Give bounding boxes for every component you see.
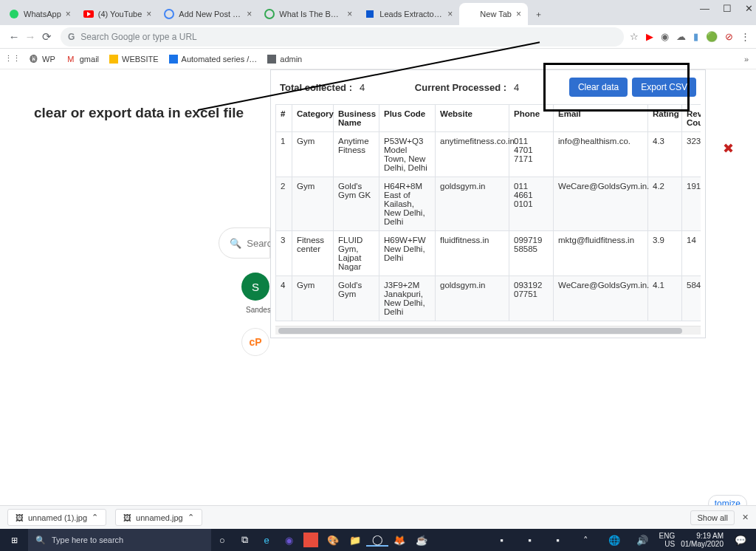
cell-name: Anytime Fitness: [334, 132, 379, 177]
youtube-ext-icon[interactable]: ▶: [646, 31, 653, 42]
bookmark-label: Automated series /…: [182, 55, 258, 64]
edge-icon[interactable]: e: [255, 535, 278, 546]
tab-strip: WhatsApp × (4) YouTube × Add New Post ‹ …: [0, 0, 756, 25]
java-icon[interactable]: ☕: [410, 535, 433, 546]
volume-icon[interactable]: 🔊: [631, 535, 653, 546]
tab-leads[interactable]: Leads Extractor – B2B G ×: [359, 3, 459, 25]
close-icon[interactable]: ×: [516, 9, 521, 19]
cell-web: goldsgym.in: [436, 276, 509, 321]
firefox-dev-icon[interactable]: ◉: [278, 535, 300, 546]
omnibox[interactable]: G Search Google or type a URL: [61, 27, 624, 47]
clear-data-button[interactable]: Clear data: [569, 78, 628, 97]
leads-ext-icon[interactable]: ▮: [693, 31, 698, 42]
tab-whatsapp[interactable]: WhatsApp ×: [3, 3, 78, 25]
scrollbar-thumb[interactable]: [278, 328, 682, 334]
reload-icon[interactable]: ⟳: [38, 30, 55, 44]
tray-icon[interactable]: ▪: [547, 535, 569, 546]
chrome-icon[interactable]: ◯: [366, 534, 388, 547]
start-button[interactable]: ⊞: [0, 535, 28, 545]
cell-email: info@healthism.co.: [554, 132, 648, 177]
camera-icon[interactable]: ◉: [661, 31, 669, 42]
shortcut-avatar[interactable]: S: [241, 273, 269, 301]
profile-avatar-icon[interactable]: 🟢: [706, 31, 718, 42]
cell-cat: Fitness center: [292, 231, 334, 276]
results-table-wrap[interactable]: # Category Business Name Plus Code Websi…: [275, 104, 701, 321]
export-csv-button[interactable]: Export CSV: [632, 78, 696, 97]
shortcut-cpanel[interactable]: cP: [241, 328, 269, 356]
google-search-stub[interactable]: 🔍 Searc: [219, 227, 270, 259]
taskbar-lang[interactable]: ENG US: [659, 532, 676, 548]
close-icon[interactable]: ×: [447, 9, 453, 19]
image-file-icon: 🖼: [123, 513, 131, 522]
tab-newtab[interactable]: New Tab ×: [459, 3, 528, 25]
bookmark-wp[interactable]: 🅦WP: [28, 54, 55, 64]
downloads-bar: 🖼 unnamed (1).jpg ⌃ 🖼 unnamed.jpg ⌃ Show…: [0, 505, 756, 529]
forward-icon[interactable]: →: [22, 30, 38, 43]
download-item[interactable]: 🖼 unnamed (1).jpg ⌃: [7, 509, 106, 526]
panel-header: Total collected : 4 Current Processed : …: [271, 70, 705, 104]
tab-addpost[interactable]: Add New Post ‹ Google ×: [158, 3, 258, 25]
maximize-icon[interactable]: ☐: [723, 3, 732, 14]
close-icon[interactable]: ×: [247, 9, 252, 19]
minimize-icon[interactable]: —: [700, 3, 709, 14]
download-item[interactable]: 🖼 unnamed.jpg ⌃: [115, 509, 202, 526]
bookmark-gmail[interactable]: Mgmail: [66, 54, 99, 64]
taskbar-clock[interactable]: 9:19 AM 01/May/2020: [681, 532, 724, 548]
tab-scraper[interactable]: What Is The Best Scrap ×: [258, 3, 359, 25]
th-index: #: [276, 105, 292, 132]
cell-rating: 4.3: [648, 132, 682, 177]
tab-youtube[interactable]: (4) YouTube ×: [78, 3, 159, 25]
bookmark-automated[interactable]: Automated series /…: [169, 55, 258, 64]
windows-taskbar: ⊞ 🔍 Type here to search ○ ⧉ e ◉ 🎨 📁 ◯ 🦊 …: [0, 529, 756, 551]
adblock-icon[interactable]: ✖: [723, 140, 734, 157]
paint-icon[interactable]: 🎨: [322, 535, 344, 546]
total-collected-value: 4: [360, 82, 365, 93]
cell-rating: 4.1: [648, 276, 682, 321]
show-all-downloads[interactable]: Show all: [690, 510, 735, 525]
close-icon[interactable]: ×: [66, 9, 71, 19]
back-icon[interactable]: ←: [6, 30, 22, 43]
whatsapp-icon: [9, 9, 19, 19]
window-controls: — ☐ ✕: [700, 3, 753, 14]
close-downloads-bar-icon[interactable]: ✕: [742, 513, 749, 522]
extension-icon: [365, 9, 375, 19]
task-view-icon[interactable]: ⧉: [233, 534, 255, 546]
apps-icon[interactable]: ⋮⋮: [7, 54, 18, 64]
explorer-icon[interactable]: 📁: [344, 535, 366, 546]
chevron-up-icon[interactable]: ⌃: [188, 513, 194, 522]
bookmark-admin[interactable]: admin: [267, 55, 302, 64]
kebab-menu-icon[interactable]: ⋮: [740, 31, 750, 42]
close-icon[interactable]: ×: [146, 9, 151, 19]
star-icon[interactable]: ☆: [630, 31, 639, 42]
notifications-icon[interactable]: 💬: [729, 535, 752, 546]
chevron-up-icon[interactable]: ⌃: [92, 513, 98, 522]
tray-chevron-icon[interactable]: ˄: [575, 535, 597, 546]
bookmark-label: WEBSITE: [122, 55, 159, 64]
lang-line2: US: [659, 540, 676, 548]
network-icon[interactable]: 🌐: [603, 535, 625, 546]
bookmark-label: gmail: [80, 55, 99, 64]
download-filename: unnamed (1).jpg: [28, 513, 87, 522]
lang-line1: ENG: [659, 532, 676, 540]
cortana-icon[interactable]: ○: [211, 535, 233, 546]
tray-icon[interactable]: ▪: [491, 535, 513, 546]
svg-point-3: [165, 10, 173, 18]
cloud-icon[interactable]: ☁: [676, 31, 686, 42]
new-tab-button[interactable]: ＋: [528, 3, 550, 25]
taskbar-search[interactable]: 🔍 Type here to search: [28, 529, 211, 551]
horizontal-scrollbar[interactable]: [275, 326, 701, 335]
newtab-icon: [465, 9, 475, 19]
taskbar-search-placeholder: Type here to search: [52, 535, 123, 544]
bookmark-overflow-icon[interactable]: »: [744, 55, 749, 64]
bookmark-website[interactable]: WEBSITE: [109, 55, 159, 64]
table-row: 3Fitness centerFLUID Gym, Lajpat NagarH6…: [276, 231, 701, 276]
app-red-icon[interactable]: [303, 533, 318, 547]
close-window-icon[interactable]: ✕: [745, 3, 753, 14]
tray-icon[interactable]: ▪: [519, 535, 541, 546]
close-icon[interactable]: ×: [347, 9, 352, 19]
firefox-icon[interactable]: 🦊: [388, 535, 410, 546]
bookmark-label: WP: [42, 55, 55, 64]
no-sign-icon[interactable]: ⊘: [725, 31, 733, 42]
cell-phone: 099719 58585: [509, 231, 554, 276]
search-icon: 🔍: [35, 535, 46, 545]
